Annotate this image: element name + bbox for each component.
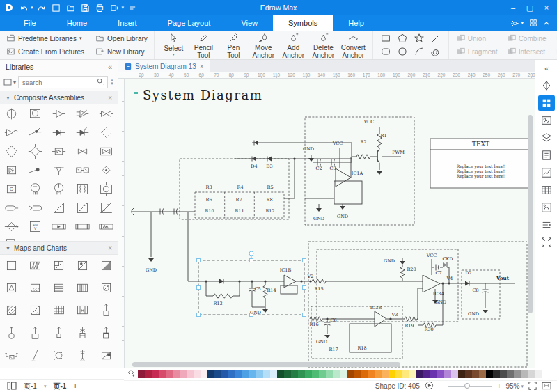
library-symbol-diamond-sm[interactable] (94, 161, 118, 180)
settings-gear-icon[interactable]: ▾ (510, 19, 524, 28)
color-swatch[interactable] (458, 370, 465, 378)
color-swatch[interactable] (382, 370, 389, 378)
pen-tool-button[interactable]: Pen Tool (219, 31, 249, 59)
clipart-icon[interactable] (538, 200, 555, 215)
subtract-button[interactable]: Subtract (553, 45, 557, 58)
color-swatch[interactable] (437, 370, 444, 378)
library-symbol-p-sq[interactable] (94, 300, 118, 321)
library-symbol-burst[interactable] (24, 123, 47, 142)
color-swatch[interactable] (194, 370, 201, 378)
color-swatch[interactable] (159, 370, 166, 378)
library-symbol-m-split[interactable] (24, 277, 47, 298)
zoom-out-button[interactable]: − (439, 382, 443, 390)
library-symbol-p-x[interactable] (70, 322, 94, 343)
collapse-ribbon-icon[interactable] (543, 20, 550, 26)
insert-picture-icon[interactable] (538, 113, 555, 128)
library-symbol-amp-tri2[interactable] (70, 104, 94, 123)
color-swatch[interactable] (187, 370, 194, 378)
fragment-button[interactable]: Fragment (453, 45, 501, 58)
zoom-slider-knob[interactable] (464, 383, 470, 389)
ellipse-shape-button[interactable] (394, 45, 411, 58)
library-symbol-m-grid[interactable] (47, 300, 71, 321)
page-tab-active[interactable]: 页-1 (53, 382, 66, 391)
minimize-button[interactable]: – (505, 2, 521, 13)
color-swatch[interactable] (507, 370, 514, 378)
library-symbol-dot-arm[interactable] (24, 161, 47, 180)
selection-handle[interactable] (197, 286, 201, 290)
color-swatch[interactable] (256, 370, 263, 378)
color-swatch[interactable] (263, 370, 270, 378)
rounded-rectangle-shape-button[interactable] (377, 45, 394, 58)
workspace-grid-icon[interactable] (529, 19, 538, 27)
library-symbol-m-tri[interactable] (0, 277, 24, 298)
library-symbol-m-hatch[interactable] (24, 255, 47, 276)
library-symbol-m-dev[interactable] (94, 345, 118, 366)
section-header-composite-assemblies[interactable]: ▼ Composite Assemblies × (0, 91, 118, 104)
intersect-button[interactable]: Intersect (504, 45, 550, 58)
collapse-panel-icon[interactable]: « (538, 61, 555, 76)
library-symbol-diamond-l[interactable] (24, 142, 47, 161)
library-symbol-box-amp[interactable] (47, 142, 71, 161)
library-scroll-arrows[interactable]: ▲▼ (110, 79, 114, 86)
zoom-level-dropdown[interactable]: 95%▾ (505, 382, 524, 390)
library-symbol-circle-x[interactable] (47, 345, 71, 366)
library-symbol-meter-box[interactable] (24, 104, 47, 123)
library-symbol-diode-r[interactable] (47, 123, 71, 142)
save-button[interactable] (79, 2, 92, 13)
page-list-label[interactable]: 页-1 (24, 382, 37, 391)
color-swatch[interactable] (472, 370, 479, 378)
selection-handle[interactable] (303, 259, 306, 262)
search-input[interactable] (22, 79, 97, 86)
color-swatch[interactable] (305, 370, 312, 378)
circuit-diagram[interactable]: System DiagramTEXTReplace your text here… (125, 79, 535, 368)
fit-view-icon[interactable] (538, 235, 555, 250)
library-symbol-amp-tri[interactable] (47, 104, 71, 123)
subtract-button[interactable]: Subtract (553, 32, 557, 45)
library-symbol-tri-fancy[interactable] (0, 123, 24, 142)
library-symbol-diamond-plain[interactable] (0, 142, 24, 161)
color-swatch[interactable] (235, 370, 242, 378)
selection-handle[interactable] (250, 259, 253, 262)
color-swatch[interactable] (423, 370, 430, 378)
customize-toolbar-icon[interactable] (126, 2, 139, 13)
new-document-button[interactable] (50, 2, 63, 13)
color-swatch[interactable] (180, 370, 187, 378)
color-swatch[interactable] (409, 370, 416, 378)
notes-icon[interactable] (538, 148, 555, 163)
menu-tab-file[interactable]: File (8, 15, 52, 31)
library-symbol-slash[interactable] (24, 345, 47, 366)
color-swatch[interactable] (326, 370, 333, 378)
library-symbol-motor[interactable] (94, 180, 118, 198)
color-swatch[interactable] (493, 370, 500, 378)
library-symbol-capsule[interactable] (0, 198, 24, 217)
collapse-libraries-icon[interactable]: « (108, 63, 112, 71)
library-symbol-p-sq2[interactable] (47, 322, 71, 343)
fullscreen-icon[interactable] (528, 382, 537, 391)
add-page-button[interactable]: + (73, 382, 77, 390)
export-dropdown-icon[interactable]: ▾ (122, 5, 125, 10)
library-symbol-bowtie-eq[interactable] (70, 142, 94, 161)
export-button[interactable] (109, 2, 121, 13)
rotation-handle[interactable] (249, 251, 253, 256)
library-symbol-m-half[interactable] (94, 255, 118, 276)
section-close-icon[interactable]: × (108, 94, 112, 102)
search-icon[interactable] (97, 78, 104, 86)
selection-handle[interactable] (303, 313, 306, 317)
symbol-design-icon[interactable] (538, 78, 555, 93)
color-swatch[interactable] (340, 370, 347, 378)
library-symbol-sq-diag-w2[interactable] (94, 198, 118, 217)
library-symbol-box-pair[interactable] (70, 161, 94, 180)
play-presentation-icon[interactable] (425, 381, 434, 391)
library-symbol-capsule2[interactable] (24, 198, 47, 217)
library-symbol-m-plain[interactable] (0, 255, 24, 276)
color-swatch[interactable] (535, 370, 542, 378)
library-symbol-diode-r2[interactable] (70, 123, 94, 142)
library-symbol-p-sqf[interactable] (94, 322, 118, 343)
menu-tab-home[interactable]: Home (52, 15, 102, 31)
color-swatch[interactable] (214, 370, 221, 378)
rectangle-shape-button[interactable] (377, 32, 394, 45)
color-swatch[interactable] (354, 370, 361, 378)
library-symbol-diamond-arr[interactable] (0, 217, 24, 236)
color-swatch[interactable] (284, 370, 291, 378)
predefine-libraries-button[interactable]: Predefine Libraries ▾ (4, 34, 86, 42)
